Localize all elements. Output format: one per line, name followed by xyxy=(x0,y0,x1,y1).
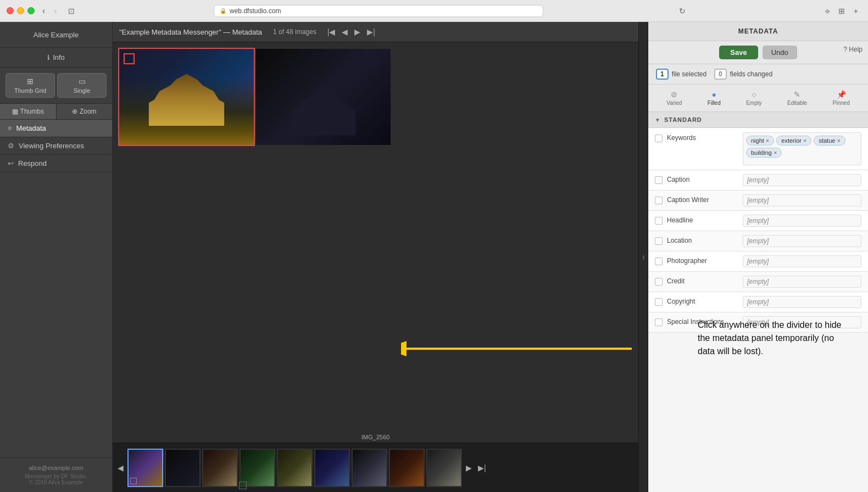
panel-divider[interactable]: • • • xyxy=(638,22,648,492)
footer-year-text: © 2018 Alice Example xyxy=(29,479,83,485)
caption-writer-value[interactable]: [empty] xyxy=(743,194,861,206)
forward-button[interactable]: › xyxy=(51,5,60,17)
film-thumb-4-image xyxy=(241,450,274,486)
save-button[interactable]: Save xyxy=(719,46,758,59)
new-tab-button[interactable]: + xyxy=(850,5,861,16)
film-thumb-9[interactable] xyxy=(426,449,462,487)
thumb-grid-icon: ⊞ xyxy=(27,77,34,86)
copyright-checkbox[interactable] xyxy=(655,298,663,306)
tab-varied[interactable]: ⊘ Varied xyxy=(661,88,687,108)
photographer-checkbox[interactable] xyxy=(655,258,663,265)
keywords-tags-area[interactable]: night × exterior × statue × building × xyxy=(743,132,861,165)
keyword-statue-remove[interactable]: × xyxy=(837,138,840,144)
keyword-building-remove[interactable]: × xyxy=(774,150,777,156)
window-mode-button[interactable]: ⊡ xyxy=(65,5,78,16)
film-select-box-1 xyxy=(130,478,137,484)
film-thumb-8[interactable] xyxy=(389,449,425,487)
caption-checkbox[interactable] xyxy=(655,176,663,184)
film-thumb-5-image xyxy=(278,450,311,486)
tab-filled[interactable]: ● Filled xyxy=(702,88,726,108)
film-thumb-2[interactable] xyxy=(165,449,201,487)
building-silhouette xyxy=(133,68,241,126)
select-all-checkbox[interactable] xyxy=(239,482,247,489)
filmstrip-next-button[interactable]: ▶ xyxy=(464,461,474,474)
thumbs-button[interactable]: ▦ Thumbs xyxy=(0,104,57,119)
thumb-grid-button[interactable]: ⊞ Thumb Grid xyxy=(5,73,55,98)
film-thumb-4[interactable] xyxy=(240,449,275,487)
headline-value[interactable]: [empty] xyxy=(743,215,861,227)
photographer-field-row: Photographer [empty] xyxy=(648,251,868,272)
special-instructions-label: Special Instructions xyxy=(667,316,738,326)
username-label: Alice Example xyxy=(34,31,79,39)
undo-button[interactable]: Undo xyxy=(763,46,797,59)
pinned-icon: 📌 xyxy=(837,90,846,99)
special-instructions-value[interactable]: [empty] xyxy=(743,316,861,328)
footer-credit-text: Messenger by DF Studio. xyxy=(25,473,87,479)
pinned-label: Pinned xyxy=(833,100,850,106)
credit-value[interactable]: [empty] xyxy=(743,276,861,288)
special-instructions-checkbox[interactable] xyxy=(655,318,663,326)
copyright-label: Copyright xyxy=(667,296,738,305)
caption-writer-checkbox[interactable] xyxy=(655,197,663,204)
film-thumb-2-image xyxy=(166,450,199,486)
metadata-body: ▼ STANDARD Keywords night × exterior × xyxy=(648,112,868,492)
night-structure xyxy=(283,87,364,136)
credit-checkbox[interactable] xyxy=(655,278,663,286)
image-grid xyxy=(113,42,638,432)
sidebar-item-respond[interactable]: ↩ Respond xyxy=(0,155,112,172)
filmstrip-prev-button[interactable]: ◀ xyxy=(115,461,126,474)
location-checkbox[interactable] xyxy=(655,237,663,245)
close-button[interactable] xyxy=(7,7,14,14)
next-image-button[interactable]: ▶ xyxy=(352,26,363,37)
fields-changed-label: fields changed xyxy=(730,70,772,78)
info-section[interactable]: ℹ Info xyxy=(0,48,112,68)
help-link[interactable]: ? Help xyxy=(843,46,863,53)
photographer-value[interactable]: [empty] xyxy=(743,255,861,267)
tab-pinned[interactable]: 📌 Pinned xyxy=(827,88,855,108)
back-button[interactable]: ‹ xyxy=(39,5,48,17)
sidebar-item-metadata[interactable]: ≡ Metadata xyxy=(0,120,112,137)
single-view-button[interactable]: ▭ Single xyxy=(57,73,107,98)
credit-field-row: Credit [empty] xyxy=(648,272,868,292)
metadata-icon: ≡ xyxy=(8,124,12,132)
film-thumb-6[interactable] xyxy=(314,449,350,487)
zoom-button[interactable]: ⊕ Zoom xyxy=(57,104,113,119)
nav-arrows: |◀ ◀ ▶ ▶| xyxy=(325,26,377,37)
share-button[interactable]: ⎆ xyxy=(822,5,833,16)
prev-image-button[interactable]: ◀ xyxy=(340,26,350,37)
keyword-exterior-remove[interactable]: × xyxy=(803,138,806,144)
minimize-button[interactable] xyxy=(17,7,24,14)
last-image-button[interactable]: ▶| xyxy=(365,26,377,37)
tab-editable[interactable]: ✎ Editable xyxy=(782,88,813,108)
address-bar[interactable]: 🔒 web.dfstudio.com xyxy=(214,5,543,17)
film-thumb-5[interactable] xyxy=(277,449,313,487)
reload-button[interactable]: ↻ xyxy=(679,7,686,15)
keywords-checkbox[interactable] xyxy=(655,135,663,142)
traffic-lights xyxy=(7,7,35,14)
app-container: Alice Example ℹ Info ⊞ Thumb Grid ▭ Sing… xyxy=(0,22,868,492)
sidebar-item-viewing-preferences[interactable]: ⚙ Viewing Preferences xyxy=(0,137,112,155)
film-thumb-3[interactable] xyxy=(202,449,238,487)
viewing-prefs-label: Viewing Preferences xyxy=(19,142,84,150)
film-thumb-7[interactable] xyxy=(352,449,387,487)
image-cell-2[interactable] xyxy=(256,49,391,145)
caption-value[interactable]: [empty] xyxy=(743,174,861,186)
location-value[interactable]: [empty] xyxy=(743,235,861,247)
keyword-tag-statue: statue × xyxy=(814,136,845,146)
film-thumb-1[interactable] xyxy=(127,449,163,487)
standard-section-header[interactable]: ▼ STANDARD xyxy=(648,112,868,128)
browser-menu-button[interactable]: ⊞ xyxy=(835,5,848,16)
maximize-button[interactable] xyxy=(27,7,35,14)
first-image-button[interactable]: |◀ xyxy=(325,26,338,37)
location-label: Location xyxy=(667,235,738,244)
night-image xyxy=(256,49,391,145)
tab-empty[interactable]: ○ Empty xyxy=(741,88,767,108)
headline-label: Headline xyxy=(667,215,738,224)
keyword-night-remove[interactable]: × xyxy=(766,138,769,144)
filmstrip-last-button[interactable]: ▶| xyxy=(476,461,488,474)
image-cell-1[interactable] xyxy=(119,49,254,145)
copyright-value[interactable]: [empty] xyxy=(743,296,861,308)
thumbs-icon: ▦ xyxy=(12,108,18,115)
headline-checkbox[interactable] xyxy=(655,217,663,225)
footer-email: alice@example.com xyxy=(7,465,105,471)
